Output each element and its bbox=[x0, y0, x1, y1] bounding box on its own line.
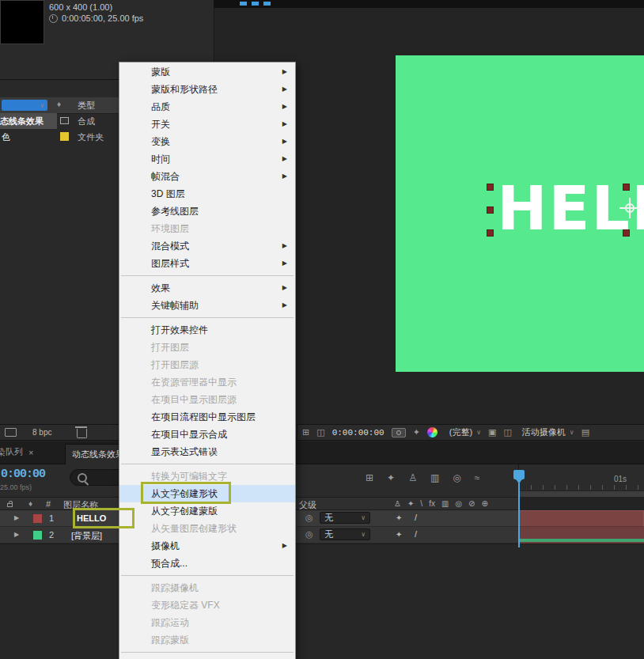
viewer-timecode[interactable]: 0:00:00:00 bbox=[332, 428, 385, 437]
menu-item-11[interactable]: 图层样式▶ bbox=[119, 255, 295, 272]
shy-icon[interactable]: ♙ bbox=[408, 472, 417, 483]
menu-item-3[interactable]: 开关▶ bbox=[119, 116, 295, 133]
toolbar-blue-icon[interactable] bbox=[263, 2, 271, 6]
project-filter-chip[interactable]: ∨ bbox=[2, 100, 47, 111]
draft3d-icon[interactable]: ✦ bbox=[387, 472, 395, 483]
quality-switch-icon[interactable]: / bbox=[415, 513, 417, 522]
menu-item-8[interactable]: 参考线图层 bbox=[119, 203, 295, 220]
menu-item-34: 跟踪运动 bbox=[119, 614, 295, 631]
shy-column-icon[interactable]: ♙ bbox=[394, 499, 401, 508]
menu-item-label: 转换为可编辑文字 bbox=[151, 471, 227, 482]
selection-handle[interactable] bbox=[623, 229, 630, 237]
parent-dropdown[interactable]: 无∨ bbox=[320, 528, 370, 540]
menu-item-21[interactable]: 在项目流程图中显示图层 bbox=[119, 408, 295, 426]
collapse-switch-icon[interactable]: ✦ bbox=[396, 513, 402, 522]
menu-item-1[interactable]: 蒙版和形状路径▶ bbox=[119, 81, 295, 98]
tab-render-queue[interactable]: 渲染队列 × bbox=[0, 446, 33, 458]
parent-pickwhip-icon[interactable]: ◎ bbox=[305, 513, 313, 523]
quality-switch-icon[interactable]: / bbox=[415, 529, 417, 539]
anchor-point-crosshair[interactable] bbox=[619, 198, 640, 218]
playhead-marker[interactable] bbox=[513, 470, 525, 479]
interpret-footage-icon[interactable] bbox=[5, 428, 17, 437]
fx-column-icon[interactable]: fx bbox=[429, 499, 435, 508]
menu-item-30[interactable]: 预合成... bbox=[119, 555, 295, 572]
selection-handle[interactable] bbox=[487, 229, 494, 237]
menu-item-label: 从文字创建蒙版 bbox=[151, 506, 218, 517]
toolbar-blue-icon[interactable] bbox=[252, 2, 259, 6]
frame-blend-icon[interactable]: ▥ bbox=[430, 472, 439, 483]
motion-blur-column-icon[interactable]: ◎ bbox=[455, 499, 462, 508]
menu-separator bbox=[121, 275, 294, 276]
menu-item-37: 选项 bbox=[119, 656, 295, 659]
menu-separator bbox=[121, 652, 294, 653]
frame-blend-column-icon[interactable]: ▥ bbox=[441, 499, 449, 508]
show-snapshot-icon[interactable]: ✦ bbox=[413, 427, 420, 437]
menu-item-label: 环境图层 bbox=[151, 223, 189, 234]
menu-item-0[interactable]: 蒙版▶ bbox=[119, 63, 295, 81]
menu-item-label: 打开效果控件 bbox=[151, 324, 208, 335]
3d-column-icon[interactable]: ⊕ bbox=[482, 499, 488, 508]
menu-item-29[interactable]: 摄像机▶ bbox=[119, 537, 295, 555]
menu-item-7[interactable]: 3D 图层 bbox=[119, 185, 295, 203]
mini-flowchart-icon[interactable]: ⊞ bbox=[366, 472, 373, 483]
menu-item-10[interactable]: 混合模式▶ bbox=[119, 237, 295, 255]
menu-item-label: 帧混合 bbox=[151, 171, 180, 182]
collapse-switch-icon[interactable]: ✦ bbox=[396, 530, 402, 539]
toolbar-blue-icon[interactable] bbox=[240, 2, 247, 6]
number-column-header[interactable]: # bbox=[46, 499, 51, 509]
quality-column-icon[interactable]: \ bbox=[420, 499, 422, 508]
current-time-display[interactable]: 0:00:00 bbox=[1, 468, 45, 481]
parent-pickwhip-icon[interactable]: ◎ bbox=[305, 529, 313, 540]
label-column-icon[interactable]: ♦ bbox=[28, 499, 32, 508]
menu-item-label: 在项目中显示图层源 bbox=[151, 394, 237, 405]
adjustment-column-icon[interactable]: ⊘ bbox=[468, 499, 475, 508]
layer-1-color-chip[interactable] bbox=[33, 514, 42, 523]
expander-arrow-icon[interactable]: ▶ bbox=[14, 514, 19, 521]
layer-2-color-chip[interactable] bbox=[33, 531, 42, 540]
time-ruler[interactable]: 01s bbox=[518, 464, 644, 497]
motion-blur-icon[interactable]: ◎ bbox=[453, 472, 460, 483]
close-tab-icon[interactable]: × bbox=[28, 448, 33, 457]
resolution-dropdown[interactable]: (完整)∨ bbox=[449, 426, 481, 438]
menu-item-27[interactable]: 从文字创建蒙版 bbox=[119, 502, 295, 520]
menu-item-label: 蒙版 bbox=[151, 66, 170, 78]
show-channel-icon[interactable] bbox=[427, 427, 438, 437]
selection-handle[interactable] bbox=[487, 206, 494, 214]
transparency-grid-icon[interactable]: ◫ bbox=[503, 427, 511, 437]
graph-editor-icon[interactable]: ≈ bbox=[475, 472, 480, 483]
menu-item-2[interactable]: 品质▶ bbox=[119, 98, 295, 116]
menu-item-23[interactable]: 显示表达式错误 bbox=[119, 443, 295, 460]
selection-handle[interactable] bbox=[623, 184, 630, 191]
menu-item-14[interactable]: 关键帧辅助▶ bbox=[119, 297, 295, 314]
bit-depth-button[interactable]: 8 bpc bbox=[32, 428, 51, 437]
layer-1-duration-bar[interactable] bbox=[518, 510, 644, 527]
type-column-header[interactable]: 类型 bbox=[78, 100, 95, 112]
snapshot-camera-icon[interactable] bbox=[392, 428, 406, 437]
delete-trash-icon[interactable] bbox=[77, 429, 87, 438]
parent-dropdown[interactable]: 无∨ bbox=[320, 512, 370, 524]
mask-visibility-icon[interactable]: ◫ bbox=[316, 427, 324, 437]
submenu-arrow-icon: ▶ bbox=[282, 297, 287, 314]
menu-separator bbox=[121, 464, 294, 464]
region-of-interest-icon[interactable]: ▣ bbox=[488, 427, 496, 437]
collapse-column-icon[interactable]: ✦ bbox=[407, 499, 414, 508]
menu-item-16[interactable]: 打开效果控件 bbox=[119, 321, 295, 339]
menu-item-6[interactable]: 帧混合▶ bbox=[119, 168, 295, 185]
menu-item-4[interactable]: 变换▶ bbox=[119, 133, 295, 150]
view-layout-icon[interactable]: ▤ bbox=[581, 427, 589, 437]
selection-handle[interactable] bbox=[487, 184, 494, 191]
parent-column-header[interactable]: 父级 bbox=[299, 499, 316, 511]
active-camera-dropdown[interactable]: 活动摄像机∨ bbox=[522, 426, 574, 438]
work-area-bar[interactable] bbox=[519, 490, 644, 497]
lock-column-icon[interactable] bbox=[7, 503, 13, 507]
submenu-arrow-icon: ▶ bbox=[282, 81, 287, 98]
menu-item-13[interactable]: 效果▶ bbox=[119, 279, 295, 297]
layer-name[interactable]: [背景层] bbox=[71, 530, 102, 542]
grid-options-icon[interactable]: ⊞ bbox=[302, 427, 309, 437]
layer-2-duration-bar[interactable] bbox=[518, 527, 644, 543]
project-item-type: 合成 bbox=[78, 116, 95, 127]
menu-item-5[interactable]: 时间▶ bbox=[119, 150, 295, 168]
menu-item-22[interactable]: 在项目中显示合成 bbox=[119, 426, 295, 443]
expander-arrow-icon[interactable]: ▶ bbox=[14, 531, 19, 538]
menu-item-label: 显示表达式错误 bbox=[151, 446, 218, 457]
